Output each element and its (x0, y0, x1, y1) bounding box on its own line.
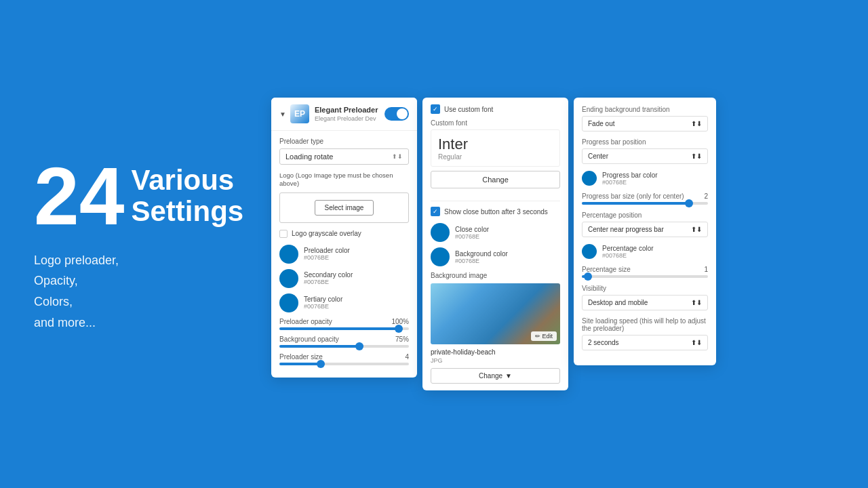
select-image-box: Select image (279, 192, 409, 223)
color-name-1: Secondary color (304, 271, 353, 279)
visibility-value: Desktop and mobile (588, 299, 648, 306)
visibility-label: Visibility (582, 285, 708, 292)
percentage-size-slider: Percentage size 1 (582, 266, 708, 278)
plugin-icon: EP (290, 104, 309, 123)
close-color-circle[interactable] (431, 223, 450, 242)
panel-2: Use custom font Custom font Inter Regula… (422, 98, 568, 390)
desc-line3: Colors, (34, 291, 237, 312)
desc-line4: and more... (34, 312, 237, 333)
progress-bar-size-fill (582, 202, 689, 205)
percentage-color-info: Percentage color #00768E (602, 245, 654, 259)
bg-image-preview: ✏ Edit (431, 283, 560, 344)
bg-opacity-slider-track[interactable] (279, 345, 409, 348)
size-slider-fill (279, 363, 321, 365)
panel-3: Ending background transition Fade out ⬆⬇… (574, 98, 716, 365)
progress-bar-color-hex: #00768E (602, 179, 658, 186)
progress-bar-size-track[interactable] (582, 202, 708, 205)
close-color-hex: #00768E (455, 233, 489, 240)
percentage-color-label: Percentage color (602, 245, 654, 252)
color-info-0: Preloader color #0076BE (304, 247, 350, 261)
big-number: 24 (34, 155, 124, 237)
ending-bg-select[interactable]: Fade out ⬆⬇ (582, 116, 708, 131)
percentage-color-hex: #00768E (602, 252, 654, 259)
grayscale-checkbox[interactable] (279, 230, 288, 238)
bg-color-info: Background color #00768E (455, 250, 508, 264)
visibility-arrow-icon: ⬆⬇ (691, 299, 702, 306)
progress-bar-color-label: Progress bar color (602, 171, 658, 179)
ending-bg-field: Ending background transition Fade out ⬆⬇ (582, 106, 708, 131)
percentage-color-circle[interactable] (582, 244, 597, 259)
loading-speed-arrow-icon: ⬆⬇ (691, 339, 702, 346)
preloader-color-circle[interactable] (279, 245, 298, 264)
slider-size: Preloader size 4 (279, 353, 409, 365)
size-slider-thumb (317, 360, 325, 368)
plugin-sub: Elegant Preloader Dev (315, 115, 378, 122)
opacity-slider-thumb (395, 325, 403, 333)
percentage-position-field: Percentage position Center near progress… (582, 211, 708, 237)
size-value: 4 (405, 353, 409, 361)
color-hex-0: #0076BE (304, 254, 350, 261)
close-color-info: Close color #00768E (455, 226, 489, 240)
select-image-button[interactable]: Select image (315, 200, 374, 216)
bg-opacity-value: 75% (395, 336, 409, 343)
size-label: Preloader size (279, 353, 323, 361)
tertiary-color-circle[interactable] (279, 293, 298, 312)
panel-body: Preloader type Loading rotate ⬆⬇ Logo (L… (271, 131, 417, 378)
close-color-name: Close color (455, 226, 489, 233)
edit-badge[interactable]: ✏ Edit (531, 331, 557, 341)
title-line2: Settings (131, 196, 243, 227)
size-slider-track[interactable] (279, 363, 409, 365)
grayscale-label: Logo grayscale overlay (292, 230, 361, 237)
grayscale-checkbox-row: Logo grayscale overlay (279, 230, 409, 238)
percentage-pos-select[interactable]: Center near progress bar ⬆⬇ (582, 222, 708, 237)
bg-color-name: Background color (455, 250, 508, 258)
bg-color-hex: #00768E (455, 258, 508, 264)
opacity-slider-fill (279, 327, 399, 330)
color-row-1: Secondary color #0076BE (279, 269, 409, 288)
p2-body: Use custom font Custom font Inter Regula… (422, 98, 568, 390)
panel-1: ▼ EP Elegant Preloader Elegant Preloader… (271, 98, 417, 378)
percentage-size-track[interactable] (582, 275, 708, 278)
color-hex-1: #0076BE (304, 279, 353, 285)
image-ext: JPG (431, 357, 560, 364)
progress-bar-pos-select[interactable]: Center ⬆⬇ (582, 148, 708, 164)
opacity-label: Preloader opacity (279, 318, 332, 325)
progress-bar-size-slider: Progress bar size (only for center) 2 (582, 192, 708, 205)
select-arrow-icon: ⬆⬇ (392, 153, 403, 160)
secondary-color-circle[interactable] (279, 269, 298, 288)
color-row-0: Preloader color #0076BE (279, 245, 409, 264)
percentage-size-value: 1 (704, 266, 708, 273)
font-display-box: Inter Regular (431, 129, 560, 167)
bg-opacity-label: Background opacity (279, 336, 339, 343)
change-font-button[interactable]: Change (431, 171, 560, 188)
show-close-row: Show close button after 3 seconds (431, 207, 560, 216)
bg-opacity-slider-thumb (355, 342, 363, 350)
progress-bar-size-label: Progress bar size (only for center) (582, 192, 684, 200)
progress-bar-pos-arrow-icon: ⬆⬇ (691, 152, 702, 160)
progress-bar-size-value: 2 (704, 192, 708, 200)
progress-bar-color-circle[interactable] (582, 171, 597, 186)
bg-color-circle[interactable] (431, 247, 450, 266)
opacity-value: 100% (391, 318, 409, 325)
custom-font-checkbox[interactable] (431, 104, 440, 114)
loading-speed-select[interactable]: 2 seconds ⬆⬇ (582, 335, 708, 350)
color-info-2: Tertiary color #0076BE (304, 296, 342, 310)
preloader-type-select[interactable]: Loading rotate ⬆⬇ (279, 148, 409, 165)
desc-line1: Logo preloader, (34, 250, 237, 271)
opacity-slider-track[interactable] (279, 327, 409, 330)
bg-image-label: Background image (431, 272, 560, 279)
color-name-2: Tertiary color (304, 296, 342, 303)
toggle-switch[interactable] (384, 107, 409, 121)
percentage-color-row: Percentage color #00768E (582, 244, 708, 259)
change-image-button[interactable]: Change ▼ (431, 368, 560, 384)
percentage-size-thumb (584, 272, 592, 281)
font-name: Inter (438, 136, 553, 153)
show-close-label: Show close button after 3 seconds (444, 208, 548, 216)
close-color-row: Close color #00768E (431, 223, 560, 242)
progress-bar-color-info: Progress bar color #00768E (602, 171, 658, 186)
slider-bg-opacity: Background opacity 75% (279, 336, 409, 348)
progress-bar-position-field: Progress bar position Center ⬆⬇ (582, 138, 708, 164)
visibility-select[interactable]: Desktop and mobile ⬆⬇ (582, 295, 708, 310)
show-close-checkbox[interactable] (431, 207, 440, 216)
loading-speed-field: Site loading speed (this will help to ad… (582, 317, 708, 350)
